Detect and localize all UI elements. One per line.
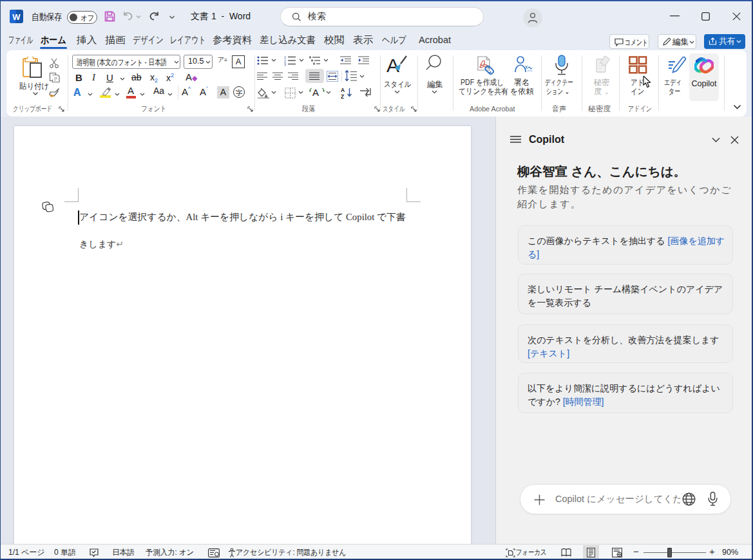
- svg-text:A: A: [386, 55, 399, 75]
- svg-text:W: W: [12, 12, 21, 22]
- svg-text:A: A: [341, 87, 345, 93]
- svg-text:3: 3: [284, 62, 286, 66]
- svg-text:A: A: [312, 87, 319, 98]
- svg-text:Z: Z: [341, 93, 344, 99]
- svg-text:x: x: [525, 64, 528, 70]
